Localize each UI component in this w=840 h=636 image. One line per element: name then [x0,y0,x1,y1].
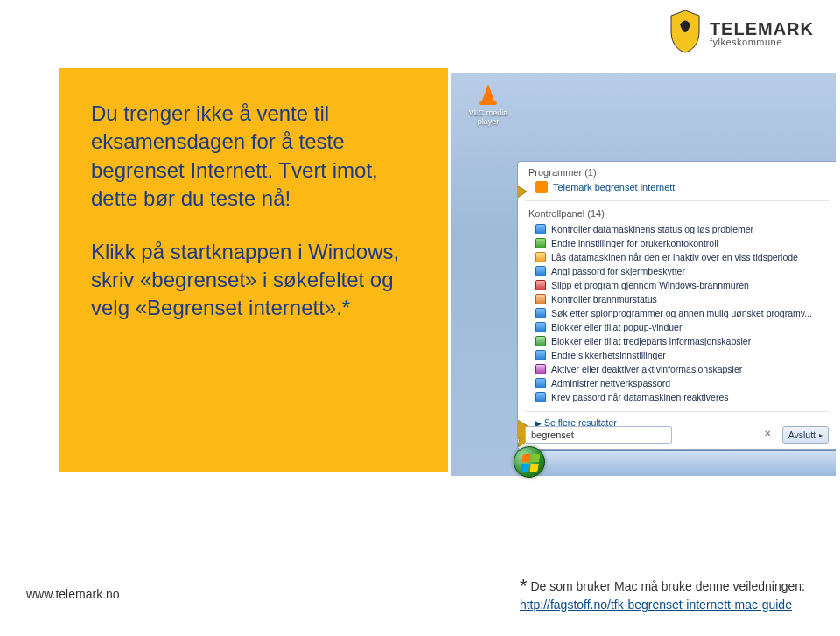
instruction-panel: Du trenger ikke å vente til eksamensdage… [60,68,448,472]
setting-icon [536,350,546,360]
footer-url: www.telemark.no [26,587,120,601]
taskbar [517,450,836,476]
org-text: TELEMARK fylkeskommune [710,20,814,47]
asterisk-icon: * [520,575,528,597]
shield-icon [668,9,703,58]
programs-header: Programmer (1) [518,162,836,179]
org-subname: fylkeskommune [710,38,814,47]
setting-icon [536,378,546,388]
list-item[interactable]: Slipp et program gjennom Windows-brannmu… [523,278,830,292]
list-item[interactable]: Endre sikkerhetsinnstillinger [523,348,830,362]
footer-note-text: De som bruker Mac må bruke denne veiledn… [530,579,805,593]
list-item[interactable]: Angi passord for skjermbeskytter [523,264,830,278]
start-search-input[interactable] [525,426,672,444]
program-label: Telemark begrenset internett [553,182,675,192]
clear-search-icon[interactable]: ✕ [761,428,774,440]
list-item[interactable]: Søk etter spionprogrammer og annen mulig… [523,306,830,320]
list-item[interactable]: Blokker eller tillat tredjeparts informa… [523,334,830,348]
setting-icon [536,364,546,374]
list-item[interactable]: Endre innstillinger for brukerkontokontr… [523,236,830,250]
setting-icon [536,336,546,346]
windows-screenshot: VLC media player Programmer (1) Telemark… [451,73,836,476]
setting-icon [536,294,546,304]
list-item[interactable]: Krev passord når datamaskinen reaktivere… [523,390,830,404]
control-panel-header: Kontrollpanel (14) [518,203,836,220]
org-name: TELEMARK [710,20,814,38]
list-item[interactable]: Lås datamaskinen når den er inaktiv over… [523,250,830,264]
setting-icon [536,252,546,262]
instruction-paragraph-2: Klikk på startknappen i Windows, skriv «… [91,238,420,323]
divider [525,200,829,201]
program-icon [536,181,548,193]
start-menu-popup: Programmer (1) Telemark begrenset intern… [517,161,836,450]
setting-icon [536,392,546,402]
svg-marker-0 [517,174,527,209]
divider [525,411,829,412]
setting-icon [536,280,546,290]
desktop-icon-vlc: VLC media player [466,79,511,126]
control-panel-list: Kontroller datamaskinens status og løs p… [518,220,836,409]
search-row: ✕ Avslutt ▸ [525,426,829,444]
program-result[interactable]: Telemark begrenset internett [518,179,836,199]
org-logo: TELEMARK fylkeskommune [668,9,814,58]
chevron-right-icon: ▸ [819,431,822,439]
list-item[interactable]: Administrer nettverkspassord [523,376,830,390]
setting-icon [536,224,546,234]
setting-icon [536,238,546,248]
setting-icon [536,266,546,276]
setting-icon [536,322,546,332]
shutdown-button[interactable]: Avslutt ▸ [782,426,829,444]
footer-guide-link[interactable]: http://fagstoff.no/tfk-begrenset-interne… [520,598,792,612]
footer-note: * De som bruker Mac må bruke denne veile… [520,575,805,612]
setting-icon [536,308,546,318]
vlc-icon [474,79,502,107]
vlc-label: VLC media player [466,108,511,126]
start-button[interactable] [514,446,545,478]
list-item[interactable]: Kontroller datamaskinens status og løs p… [523,222,830,236]
list-item[interactable]: Kontroller brannmurstatus [523,292,830,306]
list-item[interactable]: Blokker eller tillat popup-vinduer [523,320,830,334]
instruction-paragraph-1: Du trenger ikke å vente til eksamensdage… [91,100,420,213]
list-item[interactable]: Aktiver eller deaktiver aktivinformasjon… [523,362,830,376]
